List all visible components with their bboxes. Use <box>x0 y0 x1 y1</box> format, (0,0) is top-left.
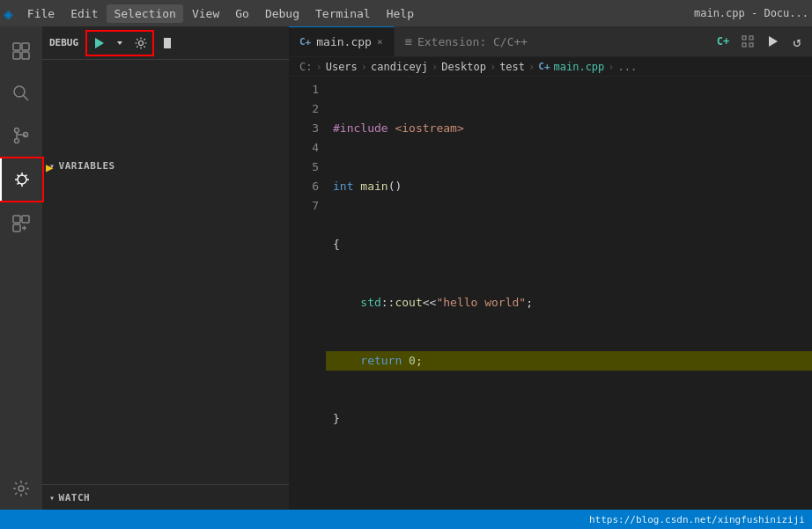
svg-marker-22 <box>95 38 104 48</box>
vscode-logo-icon: ◈ <box>4 4 13 23</box>
debug-label: DEBUG <box>49 37 78 48</box>
menu-debug[interactable]: Debug <box>258 4 306 23</box>
code-line-1: #include <iostream> <box>326 119 812 138</box>
watch-chevron-icon: ▾ <box>49 493 55 503</box>
tab-bar: C+ main.cpp × ≡ Extension: C/C++ C+ <box>289 26 812 57</box>
activity-source-control[interactable] <box>0 114 42 157</box>
activity-bar <box>0 26 42 510</box>
variables-content <box>42 272 289 484</box>
svg-marker-25 <box>164 38 171 48</box>
svg-marker-23 <box>117 41 122 45</box>
svg-rect-19 <box>22 216 29 223</box>
debug-run-toolbar-button[interactable] <box>761 30 784 53</box>
watch-section-header[interactable]: ▾ WATCH <box>42 485 289 510</box>
svg-rect-28 <box>742 43 746 47</box>
svg-rect-3 <box>22 52 29 59</box>
code-line-3: { <box>326 235 812 254</box>
code-line-5: return 0; <box>326 351 812 371</box>
watch-label: WATCH <box>59 492 91 503</box>
svg-point-21 <box>18 486 24 491</box>
main-cpp-tab[interactable]: C+ main.cpp × <box>289 26 395 56</box>
menu-edit[interactable]: Edit <box>63 4 105 23</box>
watch-section: ▾ WATCH <box>42 484 289 510</box>
svg-point-6 <box>15 129 19 133</box>
code-line-7 <box>326 467 812 487</box>
code-line-2: int main() <box>326 177 812 196</box>
variables-section-header[interactable]: ▾ VARIABLES <box>42 60 289 272</box>
svg-rect-0 <box>13 43 20 50</box>
toolbar-refresh-button[interactable]: ↺ <box>786 30 808 53</box>
menu-help[interactable]: Help <box>380 4 421 23</box>
debug-dropdown-button[interactable] <box>110 33 129 53</box>
bc-users[interactable]: Users <box>326 61 358 73</box>
cpp-file-icon: C+ <box>299 36 311 48</box>
svg-rect-27 <box>749 36 753 40</box>
debug-toolbar: DEBUG <box>42 26 289 60</box>
window-title: main.cpp - Docu... <box>694 7 808 19</box>
tab-close-button[interactable]: × <box>377 36 383 48</box>
code-line-6: } <box>326 409 812 429</box>
breadcrumb: C: › Users › candiceyj › Desktop › test … <box>289 57 812 77</box>
variables-label: VARIABLES <box>59 160 115 172</box>
svg-line-5 <box>24 96 29 101</box>
activity-debug-highlighted[interactable] <box>0 157 44 202</box>
svg-point-10 <box>18 175 26 184</box>
debug-play-button[interactable] <box>89 33 108 53</box>
status-bar: https://blog.csdn.net/xingfushiniziji <box>0 510 812 529</box>
svg-marker-30 <box>769 36 778 47</box>
svg-rect-1 <box>22 43 29 50</box>
toolbar-icon-2[interactable] <box>736 30 759 53</box>
svg-rect-2 <box>13 52 20 59</box>
sidebar: DEBUG <box>42 26 289 510</box>
svg-rect-18 <box>13 216 20 223</box>
bc-desktop[interactable]: Desktop <box>441 61 486 73</box>
main-tab-label: main.cpp <box>316 35 372 48</box>
svg-point-7 <box>15 139 19 143</box>
toolbar-icon-1[interactable]: C+ <box>712 30 734 53</box>
svg-rect-26 <box>742 36 746 40</box>
code-line-4: std::cout<<"hello world"; <box>326 293 812 312</box>
svg-point-4 <box>14 86 25 97</box>
svg-line-15 <box>18 175 19 177</box>
bc-cpp-icon: C+ <box>538 61 550 72</box>
extension-tab-icon: ≡ <box>405 34 412 48</box>
bc-candiceyj[interactable]: candiceyj <box>371 61 428 73</box>
activity-settings[interactable] <box>0 467 42 510</box>
menu-view[interactable]: View <box>185 4 226 23</box>
bc-test[interactable]: test <box>499 61 525 73</box>
svg-line-17 <box>18 183 19 185</box>
activity-debug[interactable] <box>0 158 42 201</box>
menu-go[interactable]: Go <box>228 4 256 23</box>
activity-search[interactable] <box>0 72 42 114</box>
editor-area: C+ main.cpp × ≡ Extension: C/C++ C+ <box>289 26 812 510</box>
code-content[interactable]: #include <iostream> int main() { std::co… <box>326 77 812 510</box>
menu-selection[interactable]: Selection <box>107 4 182 23</box>
svg-rect-29 <box>749 43 753 47</box>
menu-bar: ◈ File Edit Selection View Go Debug Term… <box>0 0 812 26</box>
debug-stop-button[interactable] <box>158 33 177 53</box>
status-url: https://blog.csdn.net/xingfushiniziji <box>589 514 805 525</box>
line-numbers: 1 2 3 4 ▶ 5 6 7 <box>289 77 326 510</box>
code-editor[interactable]: 1 2 3 4 ▶ 5 6 7 #include <iostream> int … <box>289 77 812 510</box>
debug-settings-button[interactable] <box>131 33 151 53</box>
top-toolbar: C+ ↺ <box>708 26 812 56</box>
menu-file[interactable]: File <box>20 4 62 23</box>
svg-rect-20 <box>13 224 20 231</box>
svg-line-16 <box>26 175 27 177</box>
extension-tab-label: Extension: C/C++ <box>417 35 528 48</box>
debug-controls-box <box>85 30 154 56</box>
bc-more: ... <box>618 61 638 73</box>
menu-terminal[interactable]: Terminal <box>308 4 378 23</box>
activity-explorer[interactable] <box>0 30 42 72</box>
main-layout: DEBUG <box>0 26 812 510</box>
svg-point-24 <box>139 40 144 45</box>
bc-drive: C: <box>299 61 312 73</box>
extension-tab[interactable]: ≡ Extension: C/C++ <box>395 26 539 56</box>
activity-extensions[interactable] <box>0 202 42 245</box>
bc-maincpp[interactable]: main.cpp <box>554 61 605 73</box>
